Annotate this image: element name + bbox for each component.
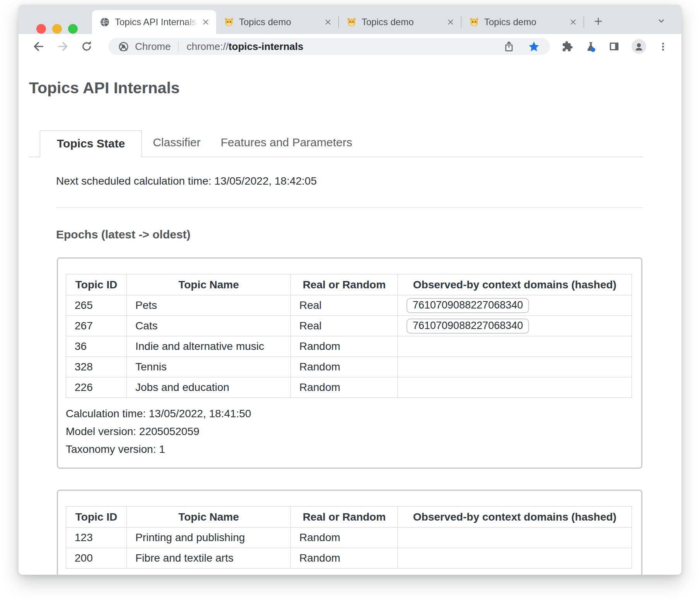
cell-observed-domains [398, 336, 632, 357]
tab-classifier[interactable]: Classifier [143, 136, 210, 149]
tab-title: Topics demo [484, 17, 567, 27]
person-icon [633, 41, 644, 52]
cell-type: Real [291, 316, 398, 336]
page-title: Topics API Internals [29, 79, 671, 97]
url-text: chrome://topics-internals [186, 41, 303, 53]
side-panel-icon[interactable] [608, 41, 620, 52]
cell-id: 265 [66, 295, 127, 316]
tab-search-chevron-icon[interactable] [657, 16, 666, 26]
page-tab-bar: Topics State Classifier Features and Par… [29, 130, 643, 157]
cell-name: Pets [127, 295, 291, 316]
cell-observed-domains: 7610709088227068340 [398, 316, 632, 336]
cell-name: Fibre and textile arts [127, 548, 291, 569]
browser-toolbar: Chrome chrome://topics-internals [19, 34, 681, 59]
forward-icon [56, 40, 69, 53]
close-icon[interactable] [201, 18, 210, 26]
tab-title: Topics API Internals [115, 17, 199, 27]
site-label: Chrome [135, 41, 171, 53]
cell-id: 226 [66, 377, 127, 398]
cell-type: Random [291, 336, 398, 357]
back-icon[interactable] [32, 40, 45, 53]
topics-state-panel: Next scheduled calculation time: 13/05/2… [29, 175, 671, 575]
share-icon[interactable] [503, 41, 515, 52]
zoom-window-button[interactable] [68, 24, 78, 34]
cell-observed-domains [398, 377, 632, 398]
cell-id: 200 [66, 548, 127, 569]
cat-icon [347, 17, 357, 27]
topics-table: Topic IDTopic NameReal or RandomObserved… [66, 274, 632, 398]
tab-topics-state[interactable]: Topics State [40, 130, 142, 157]
section-divider [56, 207, 643, 208]
page-content: Topics API Internals Topics State Classi… [19, 59, 681, 575]
profile-avatar[interactable] [632, 39, 646, 54]
cell-type: Real [291, 295, 398, 316]
browser-window: Topics API Internals Topics demo Topics … [19, 5, 681, 575]
observed-domain-chip: 7610709088227068340 [406, 319, 529, 334]
tab-separator [584, 16, 584, 28]
cell-observed-domains: 7610709088227068340 [398, 295, 632, 316]
topic-row: 267CatsReal7610709088227068340 [66, 316, 632, 336]
cell-name: Jobs and education [127, 377, 291, 398]
bookmark-star-icon[interactable] [528, 41, 540, 53]
tab-features-and-parameters[interactable]: Features and Parameters [211, 136, 362, 149]
address-bar[interactable]: Chrome chrome://topics-internals [108, 38, 550, 55]
column-header: Observed-by context domains (hashed) [398, 507, 632, 528]
minimize-window-button[interactable] [52, 24, 62, 34]
column-header: Topic Name [127, 274, 291, 295]
browser-tab-topics-demo-3[interactable]: Topics demo [461, 10, 584, 34]
epoch-meta: Calculation time: 13/05/2022, 18:41:50 M… [66, 405, 632, 458]
plus-icon [593, 16, 603, 26]
browser-tab-topics-demo-2[interactable]: Topics demo [339, 10, 461, 34]
epoch-box: Topic IDTopic NameReal or RandomObserved… [57, 257, 642, 469]
cell-name: Indie and alternative music [127, 336, 291, 357]
column-header: Observed-by context domains (hashed) [398, 274, 632, 295]
cat-icon [469, 17, 479, 27]
chrome-logo-icon [118, 41, 129, 52]
url-scheme: chrome:// [186, 41, 228, 52]
next-calculation-time: Next scheduled calculation time: 13/05/2… [56, 175, 671, 187]
close-window-button[interactable] [36, 24, 46, 34]
extensions-puzzle-icon[interactable] [562, 41, 573, 52]
observed-domain-chip: 7610709088227068340 [406, 298, 529, 313]
browser-tab-topics-internals[interactable]: Topics API Internals [92, 10, 216, 34]
epochs-heading: Epochs (latest -> oldest) [56, 228, 671, 241]
browser-tab-topics-demo-1[interactable]: Topics demo [216, 10, 338, 34]
close-icon[interactable] [569, 18, 577, 26]
topic-row: 200Fibre and textile artsRandom [66, 548, 632, 569]
new-tab-button[interactable] [589, 12, 607, 30]
column-header: Real or Random [291, 274, 398, 295]
cell-name: Cats [127, 316, 291, 336]
column-header: Topic ID [66, 507, 127, 528]
browser-tabs: Topics API Internals Topics demo Topics … [92, 5, 607, 34]
column-header: Topic ID [66, 274, 127, 295]
topic-row: 36Indie and alternative musicRandom [66, 336, 632, 357]
topic-row: 328TennisRandom [66, 357, 632, 377]
epochs-list: Topic IDTopic NameReal or RandomObserved… [56, 257, 671, 575]
close-icon[interactable] [446, 18, 455, 26]
taxonomy-version: Taxonomy version: 1 [66, 440, 632, 458]
table-header-row: Topic IDTopic NameReal or RandomObserved… [66, 507, 632, 528]
topics-table: Topic IDTopic NameReal or RandomObserved… [66, 506, 632, 569]
reload-icon[interactable] [80, 40, 93, 53]
model-version: Model version: 2205052059 [66, 423, 632, 440]
cat-icon [224, 17, 234, 27]
close-icon[interactable] [324, 18, 332, 26]
cell-type: Random [291, 377, 398, 398]
cell-observed-domains [398, 548, 632, 569]
url-host: topics-internals [229, 41, 304, 52]
cell-observed-domains [398, 357, 632, 377]
cell-id: 267 [66, 316, 127, 336]
menu-dots-icon[interactable] [658, 41, 668, 52]
address-divider [178, 41, 179, 51]
tab-title: Topics demo [239, 17, 321, 27]
labs-beaker-icon[interactable] [585, 41, 597, 53]
globe-icon [100, 17, 110, 27]
topic-row: 226Jobs and educationRandom [66, 377, 632, 398]
cell-type: Random [291, 528, 398, 548]
cell-name: Printing and publishing [127, 528, 291, 548]
topic-row: 265PetsReal7610709088227068340 [66, 295, 632, 316]
column-header: Real or Random [291, 507, 398, 528]
epoch-box: Topic IDTopic NameReal or RandomObserved… [57, 490, 642, 575]
window-controls [36, 24, 78, 34]
column-header: Topic Name [127, 507, 291, 528]
